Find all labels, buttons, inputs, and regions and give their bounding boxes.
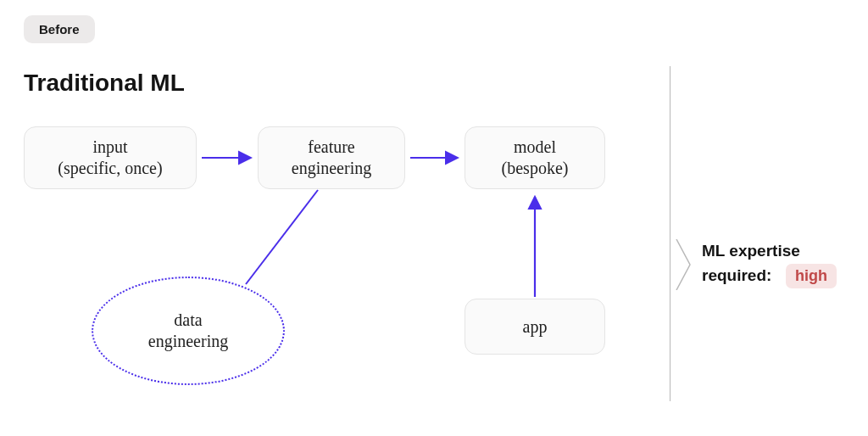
box-model: model (bespoke) (465, 126, 605, 189)
box-input: input (specific, once) (24, 126, 197, 189)
brace-icon (675, 239, 693, 290)
ellipse-data-engineering: data engineering (92, 277, 285, 385)
summary-value-high: high (786, 264, 837, 288)
page-title: Traditional ML (24, 70, 185, 97)
divider-vertical (670, 66, 670, 401)
box-feature-engineering: feature engineering (258, 126, 405, 189)
line-data-to-feature (246, 190, 318, 284)
badge-before: Before (24, 15, 95, 43)
box-app: app (465, 299, 605, 355)
